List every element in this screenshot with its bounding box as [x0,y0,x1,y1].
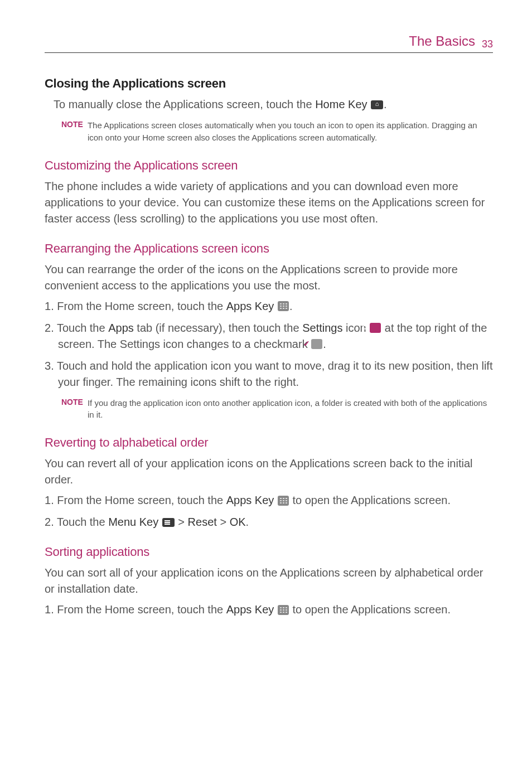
closing-body: To manually close the Applications scree… [45,96,493,113]
step-3: Touch and hold the application icon you … [45,358,493,390]
step-1: From the Home screen, touch the Apps Key… [45,602,493,618]
text: To manually close the Applications scree… [54,98,315,110]
apps-tab-label: Apps [108,322,134,334]
home-key-icon [371,100,383,109]
rearranging-body: You can rearrange the order of the icons… [45,262,493,294]
note-closing: NOTE The Applications screen closes auto… [45,119,493,144]
text: . [246,516,249,528]
heading-customizing: Customizing the Applications screen [45,158,493,173]
heading-closing-apps: Closing the Applications screen [45,76,493,91]
reset-label: Reset [188,516,217,528]
text: tab (if necessary), then touch the [134,322,302,334]
step-2: Touch the Menu Key > Reset > OK. [45,514,493,530]
section-title: The Basics [409,33,475,49]
menu-key-label: Menu Key [108,516,158,528]
text: From the Home screen, touch the [57,494,226,506]
apps-key-label: Apps Key [226,603,274,616]
text: Touch the [57,322,108,334]
apps-key-icon [278,605,289,615]
sorting-body: You can sort all of your application ico… [45,565,493,597]
settings-label: Settings [302,322,342,334]
home-key-label: Home Key [315,98,367,110]
apps-key-icon [278,496,289,506]
note-text: The Applications screen closes automatic… [88,119,493,144]
step-1: From the Home screen, touch the Apps Key… [45,492,493,509]
text: to open the Applications screen. [289,603,451,616]
customizing-body: The phone includes a wide variety of app… [45,178,493,227]
heading-reverting: Reverting to alphabetical order [45,435,493,450]
note-text: If you drag the application icon onto an… [88,397,493,422]
text: Touch the [57,516,108,528]
note-rearranging: NOTE If you drag the application icon on… [45,397,493,422]
apps-key-label: Apps Key [226,300,274,312]
apps-key-icon [278,301,289,311]
text: > [217,516,230,528]
settings-icon [370,323,381,333]
text: > [175,516,188,528]
sorting-steps: From the Home screen, touch the Apps Key… [45,602,493,618]
apps-key-label: Apps Key [226,494,274,506]
step-2: Touch the Apps tab (if necessary), then … [45,320,493,352]
text: . [384,98,387,110]
text: From the Home screen, touch the [57,300,226,312]
page-header: The Basics 33 [45,33,493,53]
note-label: NOTE [61,397,83,422]
text: . [323,338,326,350]
reverting-steps: From the Home screen, touch the Apps Key… [45,492,493,530]
text: . [289,300,293,312]
ok-label: OK [230,516,246,528]
menu-key-icon [162,518,175,527]
checkmark-icon [311,339,322,349]
reverting-body: You can revert all of your application i… [45,456,493,488]
step-1: From the Home screen, touch the Apps Key… [45,298,493,314]
heading-rearranging: Rearranging the Applications screen icon… [45,241,493,256]
note-label: NOTE [61,119,83,144]
heading-sorting: Sorting applications [45,545,493,559]
text: From the Home screen, touch the [57,603,226,616]
rearranging-steps: From the Home screen, touch the Apps Key… [45,298,493,390]
text: to open the Applications screen. [289,494,451,506]
page-number: 33 [482,38,493,50]
